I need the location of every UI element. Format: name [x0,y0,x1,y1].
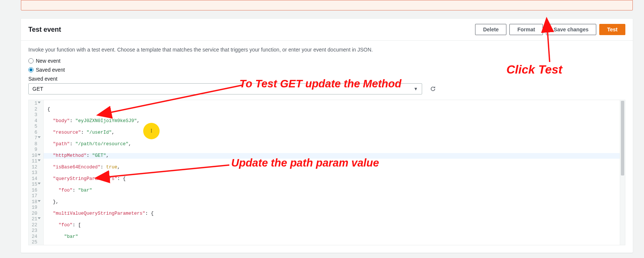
radio-new-event[interactable]: New event [28,58,625,64]
select-value: GET [32,86,43,92]
json-editor[interactable]: 1 234 56 7 89 10 11 121314 15 1617 18 19… [28,100,625,245]
delete-button[interactable]: Delete [475,24,506,35]
refresh-icon [430,86,436,92]
radio-saved-event[interactable]: Saved event [28,67,625,73]
refresh-button[interactable] [430,86,436,92]
panel-body: Invoke your function with a test event. … [21,41,633,253]
test-button[interactable]: Test [599,24,625,35]
panel-header: Test event Delete Format Save changes Te… [21,19,633,41]
editor-code[interactable]: { "body": "eyJ0ZXN0IjoiYm9keSJ9", "resou… [44,100,620,245]
radio-new-label: New event [36,58,60,64]
saved-event-select[interactable]: GET ▼ [28,83,422,94]
caret-down-icon: ▼ [414,86,418,91]
format-button[interactable]: Format [509,24,543,35]
saved-event-row: GET ▼ [28,83,625,94]
panel-title: Test event [28,26,61,34]
save-changes-button[interactable]: Save changes [546,24,596,35]
alert-banner [21,0,633,10]
radio-saved-label: Saved event [36,67,65,73]
help-text: Invoke your function with a test event. … [28,47,625,53]
saved-event-label: Saved event [28,76,625,82]
test-event-panel: Test event Delete Format Save changes Te… [21,19,633,253]
button-row: Delete Format Save changes Test [475,24,625,35]
radio-unchecked-icon [28,58,34,63]
editor-gutter: 1 234 56 7 89 10 11 121314 15 1617 18 19… [29,100,44,245]
scrollbar-thumb[interactable] [621,101,624,175]
radio-checked-icon [28,67,34,72]
editor-scrollbar[interactable] [620,100,625,245]
